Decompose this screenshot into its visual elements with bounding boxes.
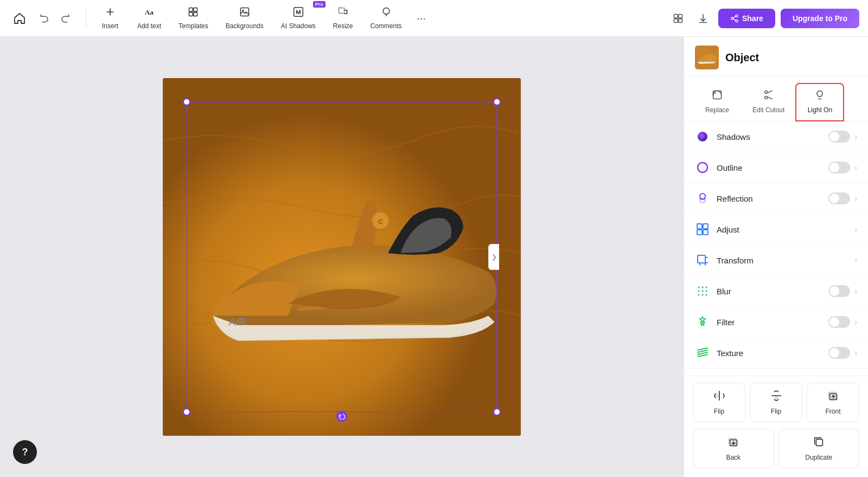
undo-button[interactable] [35,9,54,28]
back-button[interactable]: Back [693,429,774,468]
svg-point-32 [700,194,705,199]
svg-line-20 [733,19,736,21]
templates-icon [188,7,199,20]
more-button[interactable]: ··· [412,9,431,28]
transform-row[interactable]: Transform › [684,245,868,276]
svg-rect-36 [703,224,708,229]
resize-button[interactable]: Resize [326,3,361,33]
texture-right: › [828,347,857,359]
filter-label: Filter [717,318,822,327]
svg-rect-12 [674,14,678,18]
tab-replace[interactable]: Replace [693,83,742,121]
texture-toggle[interactable] [828,347,850,359]
reflection-right: › [828,192,857,204]
ai-shadows-label: AI Shadows [281,22,316,30]
front-button[interactable]: Front [807,383,859,422]
blur-toggle[interactable] [828,285,850,297]
shadows-toggle[interactable] [828,131,850,143]
blur-right: › [828,285,857,297]
panel-collapse-button[interactable]: ❯ [488,244,499,270]
flip-h-button[interactable]: Flip [693,383,745,422]
share-button[interactable]: Share [718,9,775,28]
ai-shadows-icon [293,7,304,20]
handle-top-left[interactable] [183,98,190,106]
comments-button[interactable]: Comments [363,3,410,33]
toolbar: Insert Aa Add text Templates Backgrounds… [0,0,868,37]
adjust-row[interactable]: Adjust › [684,214,868,245]
blur-row[interactable]: Blur › [684,276,868,307]
svg-rect-4 [194,8,197,12]
reflection-label: Reflection [717,194,822,203]
redo-button[interactable] [55,9,75,28]
home-button[interactable] [9,8,30,29]
outline-toggle[interactable] [828,162,850,173]
flip-v-button[interactable]: Flip [750,383,802,422]
back-label: Back [726,454,741,461]
outline-row[interactable]: Outline › [684,152,868,183]
filter-icon [695,314,710,330]
svg-rect-58 [774,396,778,399]
reflection-toggle[interactable] [828,192,850,204]
tab-edit-cutout[interactable]: Edit Cutout [744,83,793,121]
templates-wrap: Templates [171,3,216,33]
reflection-row[interactable]: Reflection › [684,183,868,214]
panel-tabs: Replace Edit Cutout Light On [684,76,868,121]
adjust-icon [695,222,710,237]
object-thumbnail [695,46,719,69]
help-button[interactable]: ? [13,440,37,464]
toolbar-right: Share Upgrade to Pro [668,9,859,28]
texture-row[interactable]: Texture › [684,338,868,369]
adjust-label: Adjust [717,225,848,234]
backgrounds-button[interactable]: Backgrounds [218,3,271,33]
back-icon [727,436,739,450]
svg-line-21 [733,16,736,18]
svg-text:C: C [378,218,382,225]
texture-label: Texture [717,349,822,358]
shadows-icon [695,129,710,144]
tab-light-on-label: Light On [808,106,832,114]
svg-point-47 [698,291,700,292]
rotate-handle[interactable] [336,411,347,422]
resize-label: Resize [333,22,353,30]
tab-light-on[interactable]: Light On [795,83,844,121]
shadows-row[interactable]: Shadows › [684,121,868,152]
handle-top-right[interactable] [493,98,501,106]
templates-button[interactable]: Templates [171,3,216,33]
canvas-area[interactable]: AIR C ? ❯ [0,37,684,477]
download-button[interactable] [693,9,713,28]
handle-bottom-left[interactable] [183,408,190,416]
svg-line-55 [698,352,707,354]
handle-bottom-right[interactable] [493,408,501,416]
svg-rect-6 [194,12,197,16]
duplicate-button[interactable]: Duplicate [778,429,860,468]
shadows-label: Shadows [717,132,822,141]
tab-edit-cutout-label: Edit Cutout [752,106,784,114]
reflection-icon [695,191,710,206]
svg-rect-37 [697,230,702,235]
outline-label: Outline [717,163,822,172]
svg-point-19 [736,20,738,22]
svg-rect-9 [293,8,303,17]
svg-rect-14 [674,18,678,22]
filter-toggle[interactable] [828,316,850,328]
ai-shadows-button[interactable]: AI Shadows [273,3,323,33]
insert-button[interactable]: Insert [93,3,127,33]
panel-actions-row1: Flip Flip Front [684,376,868,429]
upgrade-button[interactable]: Upgrade to Pro [781,9,859,28]
duplicate-label: Duplicate [805,454,832,461]
shoe-image[interactable]: AIR C [163,78,521,436]
view-toggle-button[interactable] [668,9,688,28]
filter-chevron: › [854,318,857,326]
add-text-button[interactable]: Aa Add text [130,3,169,33]
texture-icon [695,345,710,360]
replace-icon [712,89,723,103]
svg-rect-15 [679,18,682,22]
svg-line-56 [698,354,707,357]
comments-icon [381,7,392,20]
adjust-right: › [854,225,857,234]
transform-right: › [854,256,857,265]
outline-icon [695,160,710,175]
comments-label: Comments [371,22,402,30]
filter-row[interactable]: Filter › [684,307,868,338]
svg-point-18 [731,17,733,20]
